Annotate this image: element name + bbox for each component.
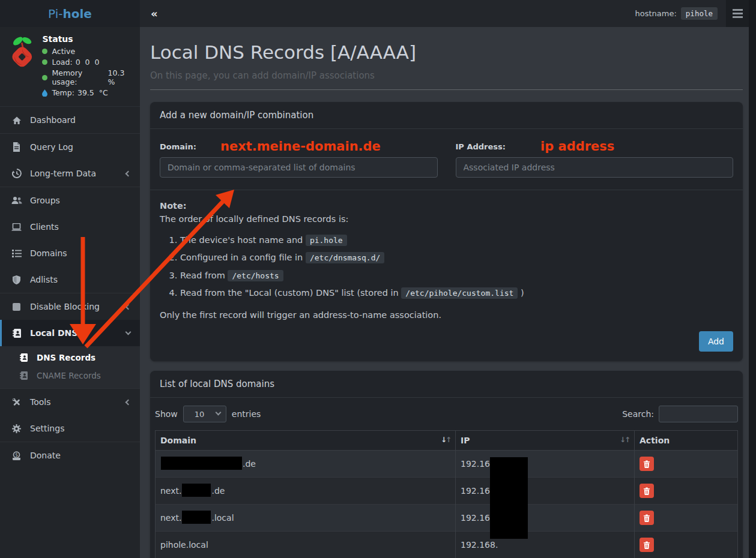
note-item: The device's host name and pi.hole (180, 233, 733, 247)
brand-pi: Pi- (48, 7, 62, 21)
brand-hole: hole (63, 7, 92, 21)
list-icon (11, 250, 22, 257)
domain-label: Domain: (160, 142, 196, 151)
delete-record-button[interactable] (640, 484, 654, 498)
note-item: Configured in a config file in /etc/dnsm… (180, 251, 733, 264)
history-icon (11, 169, 22, 178)
sidebar-item-dns-records[interactable]: DNS Records (0, 349, 140, 367)
chevron-left-icon (125, 170, 132, 176)
sidebar-item-disable-blocking[interactable]: Disable Blocking (0, 293, 140, 320)
ip-address-label: IP Address: (456, 142, 506, 151)
table-controls: Show 10 entries Search: (150, 398, 743, 430)
hamburger-menu-icon[interactable] (726, 0, 749, 27)
sidebar-item-long-term-data[interactable]: Long-term Data (0, 160, 140, 187)
green-dot-icon (42, 75, 47, 80)
redaction-box (161, 457, 242, 470)
dns-list-card: List of local DNS domains Show 10 entrie… (150, 371, 743, 558)
status-panel: Status Active Load: 0 0 0 Memory usage: … (0, 27, 140, 107)
redaction-box (182, 484, 211, 497)
code-dnsmasq: /etc/dnsmasq.d/ (306, 252, 384, 263)
sidebar-item-clients[interactable]: Clients (0, 214, 140, 240)
sidebar-item-donate[interactable]: $ Donate (0, 442, 140, 469)
table-row: .de 192.168. (156, 451, 738, 478)
sidebar-item-local-dns[interactable]: Local DNS (0, 320, 140, 346)
annotation-domain-example: next.meine-domain.de (220, 139, 381, 154)
delete-record-button[interactable] (640, 511, 654, 525)
temperature-icon (42, 89, 47, 97)
sidebar-item-domains[interactable]: Domains (0, 240, 140, 266)
annotation-ip-example: ip address (540, 139, 614, 154)
donate-icon: $ (11, 451, 22, 460)
users-icon (11, 196, 22, 205)
main-content: Local DNS Records [A/AAAA] On this page,… (140, 27, 749, 558)
sort-icon: ↓↑ (620, 436, 629, 444)
list-card-title: List of local DNS domains (150, 371, 743, 398)
hostname-value: pihole (681, 7, 718, 20)
sidebar-item-dashboard[interactable]: Dashboard (0, 107, 140, 133)
sidebar-menu: Dashboard Query Log Long-term Data Group… (0, 107, 140, 469)
code-pihole: pi.hole (306, 235, 347, 246)
status-memory: Memory usage: 10.3 % (42, 68, 134, 86)
sidebar-item-adlists[interactable]: Adlists (0, 266, 140, 293)
pihole-brand: Pi-hole (0, 0, 140, 27)
table-row: pihole.local 192.168. (156, 532, 738, 558)
green-dot-icon (42, 49, 47, 54)
header-divider (150, 89, 743, 90)
sidebar-collapse-icon[interactable]: « (140, 7, 169, 20)
status-title: Status (42, 34, 134, 44)
note-list: The device's host name and pi.hole Confi… (160, 233, 733, 300)
sidebar-item-cname-records[interactable]: CNAME Records (0, 367, 140, 385)
page-subtitle: On this page, you can add domain/IP asso… (150, 70, 743, 81)
table-row: next..de 192.168. (156, 478, 738, 505)
chevron-left-icon (125, 304, 132, 310)
sidebar-item-settings[interactable]: Settings (0, 415, 140, 442)
note-item: Read from the "Local (custom) DNS" list … (180, 286, 733, 299)
pihole-raspberry-logo-icon (10, 34, 35, 69)
delete-record-button[interactable] (640, 538, 654, 552)
sidebar: Status Active Load: 0 0 0 Memory usage: … (0, 27, 140, 558)
dns-table-wrap: Domain↓↑ IP↓↑ Action .de 192.168. next..… (155, 430, 738, 558)
search-input[interactable] (659, 406, 738, 422)
page-size-select[interactable]: 10 (183, 406, 226, 422)
sidebar-item-groups[interactable]: Groups (0, 187, 140, 214)
top-navbar: Pi-hole « hostname: pihole (0, 0, 749, 27)
code-etc-hosts: /etc/hosts (228, 270, 283, 281)
green-dot-icon (42, 59, 47, 65)
laptop-icon (11, 223, 22, 231)
entries-label: entries (232, 409, 261, 419)
address-book-icon (18, 371, 29, 380)
status-active: Active (42, 47, 134, 56)
column-header-action: Action (635, 431, 738, 451)
ip-address-input[interactable] (456, 157, 734, 178)
redaction-box (182, 511, 211, 524)
tools-icon (11, 398, 22, 407)
add-button[interactable]: Add (699, 331, 733, 352)
add-form: Domain: next.meine-domain.de IP Address:… (150, 129, 743, 190)
delete-record-button[interactable] (640, 457, 654, 471)
add-combination-card: Add a new domain/IP combination Domain: … (150, 102, 743, 361)
column-header-domain[interactable]: Domain↓↑ (156, 431, 456, 451)
column-header-ip[interactable]: IP↓↑ (456, 431, 635, 451)
note-section: Note: The order of locally defined DNS r… (150, 190, 743, 322)
page-title: Local DNS Records [A/AAAA] (150, 41, 743, 63)
gear-icon (11, 424, 22, 433)
file-icon (11, 142, 22, 152)
sidebar-item-tools[interactable]: Tools (0, 389, 140, 415)
scrollbar-track[interactable] (749, 0, 756, 558)
address-book-icon (11, 329, 22, 338)
local-dns-submenu: DNS Records CNAME Records (0, 346, 140, 388)
sort-icon: ↓↑ (441, 436, 450, 444)
stop-square-icon (11, 303, 22, 311)
hostname-display: hostname: pihole (635, 7, 718, 20)
address-book-icon (18, 353, 29, 362)
dns-table: Domain↓↑ IP↓↑ Action .de 192.168. next..… (155, 430, 738, 558)
note-footer: Only the first record will trigger an ad… (160, 308, 733, 322)
show-label: Show (155, 409, 178, 419)
status-load: Load: 0 0 0 (42, 58, 134, 67)
redaction-box-ip-column (490, 457, 528, 539)
domain-input[interactable] (160, 157, 438, 178)
table-row: next..local 192.168. (156, 505, 738, 532)
shield-icon (11, 275, 22, 284)
chevron-down-icon (125, 329, 132, 335)
sidebar-item-query-log[interactable]: Query Log (0, 134, 140, 160)
